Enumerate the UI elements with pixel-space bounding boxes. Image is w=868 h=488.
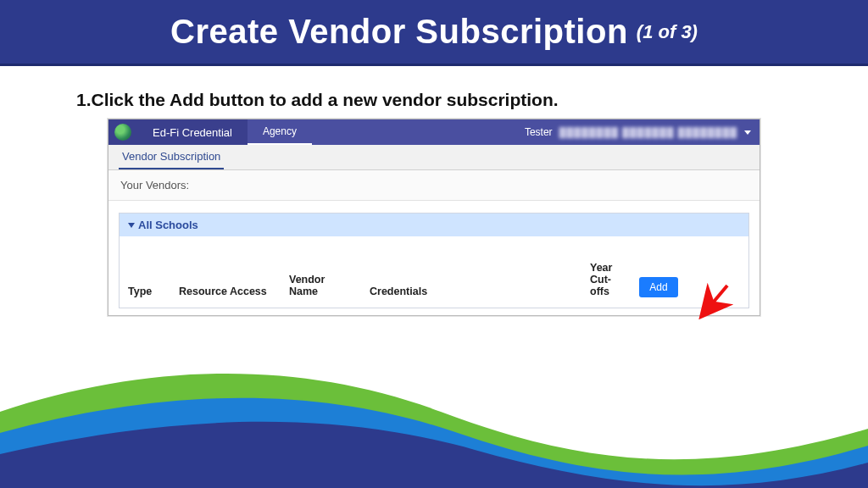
col-vendor-name: Vendor Name — [281, 248, 361, 308]
all-schools-toggle[interactable]: All Schools — [120, 214, 748, 236]
col-resource-access: Resource Access — [170, 260, 281, 308]
app-logo — [108, 119, 137, 145]
slide-title: Create Vendor Subscription — [170, 13, 628, 51]
col-type: Type — [120, 260, 170, 308]
vendor-card-wrap: All Schools Type Resource Access Vendor … — [108, 201, 760, 315]
col-year-cutoffs: Year Cut-offs — [581, 236, 628, 308]
panel-title: All Schools — [138, 219, 198, 231]
nav-agency[interactable]: Agency — [248, 119, 312, 145]
vendor-card: All Schools Type Resource Access Vendor … — [119, 213, 749, 308]
tab-vendor-subscription[interactable]: Vendor Subscription — [119, 145, 224, 169]
tab-label: Vendor Subscription — [122, 150, 220, 163]
instruction-text: 1.Click the Add button to add a new vend… — [76, 90, 792, 110]
col-credentials: Credentials — [361, 260, 581, 308]
chevron-down-icon — [744, 130, 751, 135]
slide-step: (1 of 3) — [637, 21, 698, 43]
user-menu[interactable]: Tester ████████ ███████ ████████ — [516, 119, 760, 145]
slide-title-bar: Create Vendor Subscription (1 of 3) — [0, 0, 868, 66]
footer-wave — [0, 352, 868, 488]
globe-icon — [114, 124, 131, 141]
add-button[interactable]: Add — [639, 277, 677, 297]
your-vendors-label: Your Vendors: — [108, 170, 760, 201]
col-action: Add — [628, 265, 687, 308]
chevron-down-icon — [128, 223, 135, 228]
page-tab-row: Vendor Subscription — [108, 145, 760, 170]
user-detail: ████████ ███████ ████████ — [559, 127, 737, 137]
add-button-label: Add — [649, 281, 667, 293]
vendor-table-header: Type Resource Access Vendor Name Credent… — [120, 236, 748, 308]
nav-agency-label: Agency — [263, 125, 297, 137]
user-role: Tester — [525, 126, 553, 138]
app-top-bar: Ed-Fi Credential Agency Tester ████████ … — [108, 119, 760, 145]
app-screenshot: Ed-Fi Credential Agency Tester ████████ … — [108, 119, 760, 316]
app-brand: Ed-Fi Credential — [137, 119, 248, 145]
